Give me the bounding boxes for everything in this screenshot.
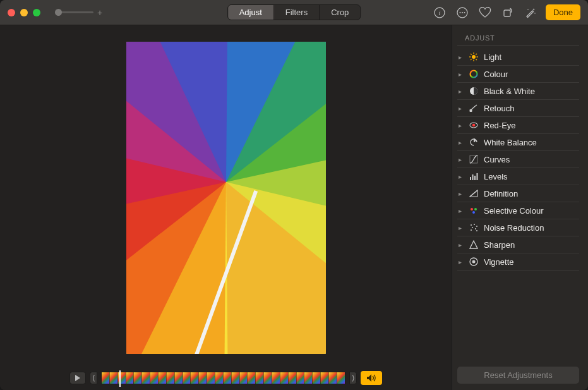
svg-point-5 (464, 11, 465, 13)
auto-enhance-button[interactable] (523, 5, 538, 20)
filmstrip-frame[interactable] (167, 372, 175, 384)
playhead[interactable] (119, 370, 121, 387)
filmstrip-frame[interactable] (215, 372, 224, 384)
filmstrip-frame[interactable] (280, 372, 289, 384)
filmstrip-frame[interactable] (264, 372, 272, 384)
adjustment-retouch[interactable]: ▸Retouch (457, 100, 579, 117)
svg-line-16 (471, 59, 472, 60)
filmstrip-frame[interactable] (256, 372, 264, 384)
filmstrip-frame[interactable] (272, 372, 280, 384)
zoom-plus-icon: + (97, 8, 102, 18)
filmstrip-frame[interactable] (150, 372, 159, 384)
filmstrip-frame[interactable] (289, 372, 297, 384)
adjustment-selective-colour[interactable]: ▸Selective Colour (457, 202, 579, 219)
adjustment-label: Light (484, 52, 501, 62)
bw-icon (469, 86, 479, 96)
adjustment-label: Noise Reduction (484, 223, 544, 233)
svg-point-35 (475, 228, 476, 229)
edited-photo[interactable] (126, 42, 326, 354)
chevron-right-icon: ▸ (459, 156, 464, 163)
filmstrip-frame[interactable] (110, 372, 118, 384)
minimize-window-button[interactable] (20, 9, 28, 16)
filmstrip-frame[interactable] (240, 372, 248, 384)
chevron-right-icon: ▸ (459, 190, 464, 197)
adjustment-label: Black & White (484, 87, 535, 96)
chevron-right-icon: ▸ (459, 207, 464, 214)
play-button[interactable] (69, 372, 86, 384)
fullscreen-window-button[interactable] (33, 9, 40, 16)
chevron-right-icon: ▸ (459, 71, 464, 78)
rotate-button[interactable] (500, 5, 515, 20)
adjustment-label: Levels (484, 172, 508, 181)
svg-point-39 (472, 260, 476, 264)
adjustment-vignette[interactable]: ▸Vignette (457, 253, 579, 271)
tab-adjust[interactable]: Adjust (228, 5, 274, 20)
zoom-track[interactable] (56, 11, 93, 13)
zoom-knob[interactable] (55, 9, 62, 16)
adjustment-levels[interactable]: ▸Levels (457, 168, 579, 185)
chevron-right-icon: ▸ (459, 173, 464, 180)
filmstrip-frame[interactable] (337, 372, 345, 384)
chevron-right-icon: ▸ (459, 139, 464, 146)
mode-segmented-control: Adjust Filters Crop (227, 4, 361, 20)
filmstrip-frame[interactable] (159, 372, 167, 384)
adjustment-label: Colour (484, 70, 508, 79)
adjustment-black-white[interactable]: ▸Black & White (457, 83, 579, 100)
svg-point-29 (474, 208, 477, 210)
chevron-right-icon: ▸ (459, 241, 464, 248)
adjustment-label: Selective Colour (484, 206, 544, 216)
adjustment-noise-reduction[interactable]: ▸Noise Reduction (457, 219, 579, 236)
filmstrip-frame[interactable] (248, 372, 256, 384)
adjustment-light[interactable]: ▸Light (457, 49, 579, 66)
adjustment-colour[interactable]: ▸Colour (457, 66, 579, 83)
filmstrip-frame[interactable] (232, 372, 240, 384)
filmstrip-frame[interactable] (102, 372, 110, 384)
filmstrip-frame[interactable] (313, 372, 321, 384)
favourite-button[interactable] (477, 5, 493, 20)
window-controls (8, 9, 40, 16)
svg-point-33 (476, 226, 477, 227)
levels-icon (469, 171, 479, 181)
adjustment-red-eye[interactable]: ▸Red-Eye (457, 117, 579, 134)
adjustments-list: ▸Light▸Colour▸Black & White▸Retouch▸Red-… (457, 49, 579, 271)
sharpen-icon (469, 240, 479, 250)
filmstrip-frame[interactable] (297, 372, 305, 384)
filmstrip-frame[interactable] (207, 372, 215, 384)
chevron-right-icon: ▸ (459, 88, 464, 95)
filmstrip-frame[interactable] (199, 372, 207, 384)
filmstrip-frame[interactable] (224, 372, 232, 384)
adjust-sidebar: ADJUST ▸Light▸Colour▸Black & White▸Retou… (452, 25, 588, 390)
adjustment-definition[interactable]: ▸Definition (457, 185, 579, 202)
filmstrip-frame[interactable] (321, 372, 329, 384)
adjustment-curves[interactable]: ▸Curves (457, 151, 579, 168)
adjustment-white-balance[interactable]: ▸White Balance (457, 134, 579, 151)
trim-start-handle[interactable]: ⟨ (90, 372, 97, 384)
audio-toggle-button[interactable] (361, 371, 382, 385)
svg-rect-20 (470, 109, 472, 112)
adjustment-sharpen[interactable]: ▸Sharpen (457, 236, 579, 253)
done-button[interactable]: Done (546, 4, 580, 20)
info-button[interactable]: i (432, 5, 447, 20)
svg-text:i: i (438, 9, 440, 16)
filmstrip-frame[interactable] (191, 372, 199, 384)
close-window-button[interactable] (8, 9, 15, 16)
filmstrip-frame[interactable] (142, 372, 150, 384)
filmstrip-frame[interactable] (126, 372, 135, 384)
adjustment-label: Curves (484, 155, 510, 164)
trim-end-handle[interactable]: ⟩ (349, 372, 357, 384)
chevron-right-icon: ▸ (459, 224, 464, 231)
filmstrip-frame[interactable] (183, 372, 191, 384)
more-button[interactable] (455, 5, 470, 20)
tab-crop[interactable]: Crop (320, 5, 360, 20)
tab-filters[interactable]: Filters (274, 5, 320, 20)
video-filmstrip[interactable] (101, 372, 345, 384)
svg-point-30 (472, 211, 475, 214)
filmstrip-frame[interactable] (304, 372, 313, 384)
reset-adjustments-button[interactable]: Reset Adjustments (457, 367, 579, 384)
filmstrip-frame[interactable] (134, 372, 142, 384)
filmstrip-frame[interactable] (175, 372, 183, 384)
adjustment-label: Sharpen (484, 240, 515, 250)
svg-point-18 (471, 71, 477, 78)
zoom-slider[interactable]: + (56, 8, 102, 18)
filmstrip-frame[interactable] (329, 372, 337, 384)
